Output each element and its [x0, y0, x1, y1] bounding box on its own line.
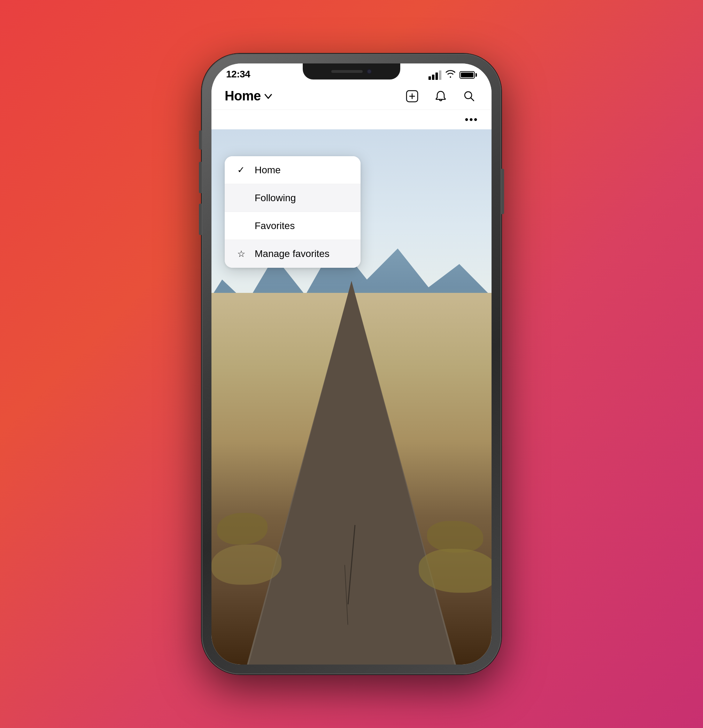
scrub-right-2: [419, 549, 491, 593]
three-dots-row: •••: [212, 110, 491, 129]
nav-icons: [403, 87, 478, 105]
dropdown-menu: ✓ Home Following Favorites ☆ Manage favo…: [225, 156, 360, 268]
search-button[interactable]: [460, 87, 478, 105]
dropdown-item-favorites-label: Favorites: [255, 220, 295, 231]
volume-down-button: [199, 204, 202, 235]
speaker-grille: [331, 70, 363, 73]
checkmark-icon: ✓: [237, 165, 248, 175]
dropdown-item-manage-label: Manage favorites: [255, 248, 330, 259]
scrub-left-2: [212, 545, 281, 585]
scrub-left-1: [217, 513, 268, 545]
road-area: [212, 265, 491, 664]
signal-bars: [428, 71, 441, 80]
mute-button: [199, 130, 202, 150]
wifi-icon: [445, 70, 455, 80]
signal-bar-4: [439, 71, 441, 80]
signal-bar-2: [432, 75, 434, 80]
signal-bar-3: [435, 72, 438, 80]
status-icons: [428, 70, 477, 80]
battery-icon: [460, 71, 477, 79]
more-options-button[interactable]: •••: [465, 114, 478, 125]
add-post-button[interactable]: [403, 87, 421, 105]
phone-wrapper: 12:34: [202, 54, 501, 674]
power-button: [501, 169, 504, 214]
dropdown-item-home[interactable]: ✓ Home: [225, 156, 360, 184]
chevron-down-icon: [264, 92, 272, 101]
notifications-button[interactable]: [432, 87, 450, 105]
dropdown-item-home-label: Home: [255, 165, 281, 176]
dropdown-item-following-label: Following: [255, 192, 296, 204]
status-time: 12:34: [226, 69, 250, 80]
nav-title-text: Home: [225, 88, 261, 104]
volume-up-button: [199, 162, 202, 193]
dropdown-item-following[interactable]: Following: [225, 184, 360, 212]
dropdown-item-manage[interactable]: ☆ Manage favorites: [225, 240, 360, 268]
dropdown-item-favorites[interactable]: Favorites: [225, 212, 360, 240]
nav-title[interactable]: Home: [225, 88, 272, 104]
road-inner-surface: [249, 281, 454, 664]
svg-line-4: [471, 98, 474, 101]
front-camera: [367, 69, 372, 74]
star-icon: ☆: [237, 248, 248, 259]
content-area: ••• ✓ Home Following Favorites ☆: [212, 110, 491, 664]
nav-bar: Home: [212, 82, 491, 110]
signal-bar-1: [428, 77, 431, 80]
scrub-right-1: [427, 521, 483, 553]
notch: [303, 64, 400, 79]
phone-screen: 12:34: [212, 64, 491, 664]
